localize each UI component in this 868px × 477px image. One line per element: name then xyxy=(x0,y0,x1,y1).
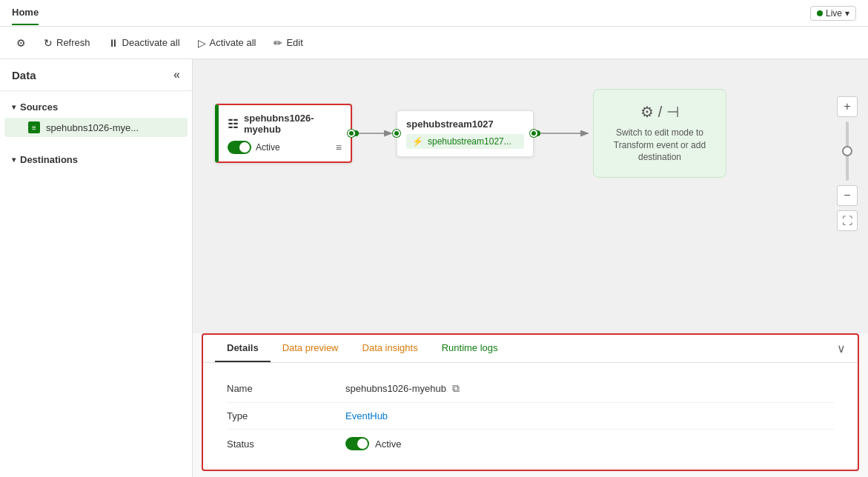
stream-node-sub: ⚡ spehubstream1027... xyxy=(406,134,524,149)
source-icon: ≡ xyxy=(28,121,40,133)
refresh-icon: ↻ xyxy=(44,37,53,49)
destinations-header[interactable]: ▾ Destinations xyxy=(0,150,192,170)
source-output-dot xyxy=(348,130,355,137)
zoom-in-button[interactable]: + xyxy=(837,96,858,117)
sidebar-collapse-button[interactable]: « xyxy=(173,68,180,81)
detail-status-row: Status Active xyxy=(227,430,834,458)
sources-section: ▾ Sources ≡ spehubns1026-mye... xyxy=(0,91,192,144)
edit-label: Edit xyxy=(286,37,302,48)
tab-data-insights[interactable]: Data insights xyxy=(351,335,430,362)
edit-button[interactable]: ✏ Edit xyxy=(266,33,310,53)
source-status-label: Active xyxy=(256,142,280,153)
sources-chevron-icon: ▾ xyxy=(12,103,16,111)
sidebar-item-source[interactable]: ≡ spehubns1026-mye... xyxy=(4,118,188,137)
settings-button[interactable]: ⚙ xyxy=(9,33,33,53)
sidebar: Data « ▾ Sources ≡ spehubns1026-mye... ▾… xyxy=(0,59,193,477)
stream-node[interactable]: spehubstream1027 ⚡ spehubstream1027... xyxy=(397,110,534,157)
status-label: Status xyxy=(227,438,345,450)
source-node[interactable]: ☷ spehubns1026-myehub Active ≡ xyxy=(215,104,352,163)
title-bar: Home Live ▾ xyxy=(0,0,868,27)
sidebar-header: Data « xyxy=(0,59,192,91)
destination-icons: ⚙ / ⊣ xyxy=(640,103,679,121)
edit-icon: ✏ xyxy=(274,37,282,49)
source-node-title: ☷ spehubns1026-myehub xyxy=(228,113,342,135)
source-node-footer: Active ≡ xyxy=(228,141,342,154)
source-toggle[interactable] xyxy=(228,141,251,154)
detail-type-row: Type EventHub xyxy=(227,403,834,430)
destinations-label: Destinations xyxy=(20,154,78,165)
stream-icon: ⚡ xyxy=(412,136,423,147)
sources-label: Sources xyxy=(20,101,58,113)
destination-node[interactable]: ⚙ / ⊣ Switch to edit mode to Transform e… xyxy=(593,89,726,178)
zoom-slider[interactable] xyxy=(846,121,849,181)
sidebar-title: Data xyxy=(12,69,36,81)
deactivate-icon: ⏸ xyxy=(108,37,119,49)
bottom-panel: Details Data preview Data insights Runti… xyxy=(202,333,859,471)
zoom-out-button[interactable]: − xyxy=(837,185,858,206)
activate-icon: ▷ xyxy=(198,37,206,49)
panel-collapse-button[interactable]: ∨ xyxy=(837,341,846,356)
stream-output-dot xyxy=(530,130,537,137)
refresh-label: Refresh xyxy=(56,37,90,48)
activate-label: Activate all xyxy=(210,37,256,48)
tab-runtime-logs[interactable]: Runtime logs xyxy=(430,335,510,362)
deactivate-label: Deactivate all xyxy=(122,37,180,48)
hub-icon: ☷ xyxy=(228,117,238,131)
copy-icon[interactable]: ⧉ xyxy=(452,382,460,395)
tabs-row: Details Data preview Data insights Runti… xyxy=(203,335,858,363)
status-value: Active xyxy=(345,437,401,450)
zoom-controls: + − ⛶ xyxy=(837,96,858,231)
destinations-section: ▾ Destinations xyxy=(0,144,192,176)
flow-container: ☷ spehubns1026-myehub Active ≡ xyxy=(215,89,726,178)
status-toggle-container: Active xyxy=(345,437,401,450)
type-value: EventHub xyxy=(345,410,388,421)
live-label: Live xyxy=(826,8,842,19)
name-value-text: spehubns1026-myehub xyxy=(345,383,446,394)
zoom-handle[interactable] xyxy=(842,146,852,156)
source-status: Active xyxy=(228,141,280,154)
canvas-area: ☷ spehubns1026-myehub Active ≡ xyxy=(193,59,868,477)
destinations-chevron-icon: ▾ xyxy=(12,156,16,164)
canvas[interactable]: ☷ spehubns1026-myehub Active ≡ xyxy=(193,59,868,333)
name-label: Name xyxy=(227,383,345,394)
flow-arrow-2 xyxy=(534,126,593,141)
zoom-fit-button[interactable]: ⛶ xyxy=(837,210,858,231)
destination-text: Switch to edit mode to Transform event o… xyxy=(603,127,717,164)
detail-name-row: Name spehubns1026-myehub ⧉ xyxy=(227,375,834,403)
type-label: Type xyxy=(227,410,345,421)
chevron-down-icon: ▾ xyxy=(845,8,849,19)
live-indicator xyxy=(817,10,823,16)
type-value-text[interactable]: EventHub xyxy=(345,410,388,421)
toolbar: ⚙ ↻ Refresh ⏸ Deactivate all ▷ Activate … xyxy=(0,27,868,59)
stream-node-subtitle: spehubstream1027... xyxy=(428,136,511,147)
tab-details[interactable]: Details xyxy=(215,335,271,362)
details-body: Name spehubns1026-myehub ⧉ Type EventHub… xyxy=(203,363,858,470)
source-menu-icon[interactable]: ≡ xyxy=(336,141,342,153)
sources-header[interactable]: ▾ Sources xyxy=(0,97,192,117)
source-item-label: spehubns1026-mye... xyxy=(46,122,139,133)
activate-button[interactable]: ▷ Activate all xyxy=(191,33,264,53)
refresh-button[interactable]: ↻ Refresh xyxy=(36,33,98,53)
name-value: spehubns1026-myehub ⧉ xyxy=(345,382,460,395)
main-layout: Data « ▾ Sources ≡ spehubns1026-mye... ▾… xyxy=(0,59,868,477)
tab-data-preview[interactable]: Data preview xyxy=(271,335,351,362)
source-node-name: spehubns1026-myehub xyxy=(244,113,342,135)
stream-input-dot xyxy=(393,130,400,137)
flow-arrow-1 xyxy=(352,126,397,141)
settings-icon: ⚙ xyxy=(16,37,26,49)
status-active-label: Active xyxy=(375,438,401,450)
deactivate-button[interactable]: ⏸ Deactivate all xyxy=(101,33,188,53)
live-badge[interactable]: Live ▾ xyxy=(810,6,856,21)
status-toggle[interactable] xyxy=(345,437,369,450)
stream-node-title: spehubstream1027 xyxy=(406,119,524,130)
home-tab[interactable]: Home xyxy=(12,1,39,25)
